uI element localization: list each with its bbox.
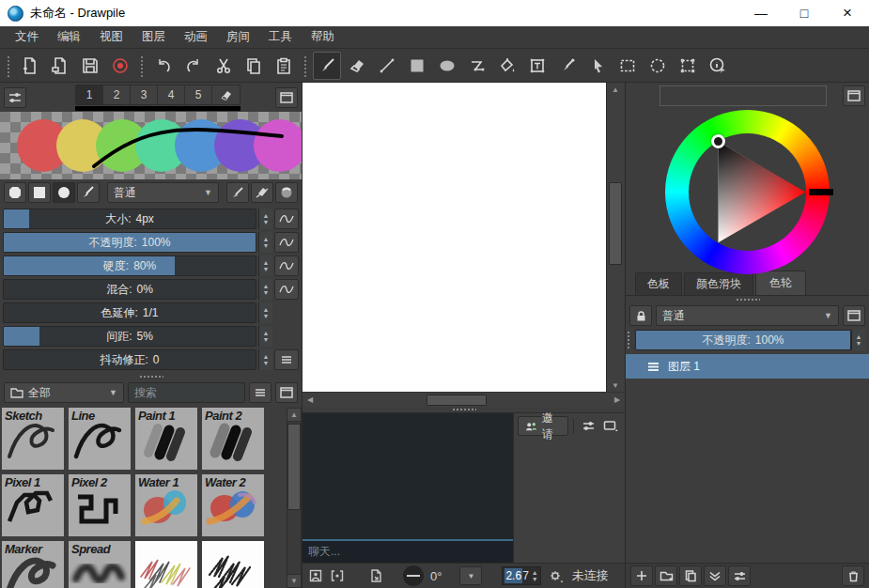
dock-splitter-handle[interactable] [0, 373, 302, 379]
brush-shape-round-icon[interactable] [53, 182, 75, 203]
stabilizer-slider[interactable]: 抖动修正:0 [3, 349, 256, 370]
dock-toggle-icon[interactable] [275, 87, 298, 108]
rectangle-tool-button[interactable] [403, 52, 431, 80]
brush-settings-icon[interactable] [4, 87, 26, 108]
brush-tool-button[interactable] [313, 52, 341, 80]
menu-animation[interactable]: 动画 [175, 26, 217, 48]
spinner-arrows[interactable]: ▲▼ [258, 349, 272, 370]
scroll-left-icon[interactable]: ◀ [303, 394, 318, 407]
curve-tool-button[interactable] [463, 52, 491, 80]
add-layer-button[interactable] [630, 565, 653, 586]
cut-button[interactable] [209, 52, 238, 80]
ellipse-tool-button[interactable] [433, 52, 461, 80]
duplicate-layer-button[interactable] [679, 565, 702, 586]
preset-scrollbar[interactable]: ▲ ▼ [287, 408, 302, 588]
preset-pixel-1[interactable]: Pixel 1 [2, 474, 64, 536]
zoom-settings-gear-icon[interactable] [548, 569, 564, 583]
color-picker-tool-button[interactable] [553, 52, 582, 80]
smudging-slider[interactable]: 混合:0% [3, 279, 256, 300]
eraser-mode-icon[interactable] [251, 182, 273, 203]
preset-sketch[interactable]: Sketch [2, 408, 64, 470]
brush-slot-3[interactable]: 3 [131, 85, 158, 104]
lasso-select-tool-button[interactable] [644, 52, 672, 80]
menu-layer[interactable]: 图层 [132, 26, 175, 48]
preset-line[interactable]: Line [69, 408, 131, 470]
scrollbar-thumb[interactable] [287, 424, 301, 510]
layer-lock-icon[interactable] [629, 305, 652, 326]
scroll-up-icon[interactable]: ▲ [608, 83, 623, 96]
spinner-arrows[interactable]: ▲▼ [258, 326, 272, 347]
hardness-curve-button[interactable] [274, 255, 299, 276]
dock-toggle-icon[interactable] [843, 305, 865, 326]
minimize-button[interactable]: — [739, 0, 783, 26]
layer-row[interactable]: 图层 1 [626, 354, 869, 379]
brush-blend-mode-select[interactable]: 普通 ▼ [107, 182, 219, 203]
spinner-arrows[interactable]: ▲▼ [851, 330, 865, 350]
record-session-button[interactable] [106, 52, 134, 80]
smudging-curve-button[interactable] [274, 279, 299, 300]
tab-palette[interactable]: 色板 [635, 272, 682, 295]
scroll-down-icon[interactable]: ▼ [287, 574, 301, 587]
preset-charcoal[interactable]: charcoal [202, 541, 264, 588]
scroll-down-icon[interactable]: ▼ [608, 379, 623, 392]
preset-marker[interactable]: Marker [2, 541, 64, 588]
transform-tool-button[interactable] [674, 52, 702, 80]
maximize-button[interactable]: □ [783, 0, 826, 26]
preset-pixel-2[interactable]: Pixel 2 [69, 474, 131, 536]
copy-button[interactable] [240, 52, 268, 80]
canvas-size-icon[interactable] [368, 568, 383, 583]
preset-water-1[interactable]: Water 1 [135, 474, 197, 536]
spinner-arrows[interactable]: ▲▼ [532, 569, 538, 582]
pointer-tool-button[interactable] [583, 52, 612, 80]
spacing-slider[interactable]: 间距:5% [3, 326, 256, 347]
brush-shape-soft-round-icon[interactable] [4, 182, 26, 203]
flip-view-icon[interactable] [330, 568, 345, 583]
merge-layer-button[interactable] [704, 565, 726, 586]
drawing-canvas[interactable] [303, 83, 607, 392]
preset-pencil[interactable]: pencil [135, 541, 197, 588]
menu-view[interactable]: 视图 [90, 26, 132, 48]
spinner-arrows[interactable]: ▲▼ [258, 232, 272, 253]
dock-toggle-icon[interactable] [275, 382, 298, 403]
chat-settings-icon[interactable] [579, 416, 598, 437]
fill-tool-button[interactable] [493, 52, 521, 80]
spinner-arrows[interactable]: ▲▼ [258, 302, 272, 323]
saturation-value-triangle[interactable] [665, 110, 830, 274]
chat-messages[interactable] [303, 413, 513, 539]
opacity-curve-button[interactable] [274, 232, 299, 253]
toolbar-grip[interactable] [139, 54, 145, 77]
brush-slot-2[interactable]: 2 [103, 85, 131, 104]
scrollbar-thumb[interactable] [609, 182, 622, 265]
preset-water-2[interactable]: Water 2 [202, 474, 264, 536]
save-button[interactable] [76, 52, 104, 80]
chat-detach-icon[interactable] [601, 416, 621, 437]
spinner-arrows[interactable]: ▲▼ [258, 209, 272, 229]
scroll-right-icon[interactable]: ▶ [610, 394, 625, 407]
brush-shape-mypaint-icon[interactable] [77, 182, 100, 203]
redo-button[interactable] [179, 52, 208, 80]
opacity-slider[interactable]: 不透明度:100% [3, 232, 256, 253]
scroll-up-icon[interactable]: ▲ [287, 409, 301, 422]
stabilizer-menu-icon[interactable] [274, 349, 299, 370]
last-used-colors[interactable] [660, 85, 827, 106]
delete-layer-button[interactable] [842, 565, 864, 586]
brush-shape-square-icon[interactable] [28, 182, 51, 203]
color-pickup-slider[interactable]: 色延伸:1/1 [3, 302, 256, 323]
preset-search-input[interactable]: 搜索 [128, 382, 245, 403]
canvas-vertical-scrollbar[interactable]: ▲ ▼ [607, 83, 624, 392]
draw-mode-pen-icon[interactable] [226, 182, 249, 203]
new-file-button[interactable] [16, 52, 44, 80]
menu-session[interactable]: 房间 [217, 26, 259, 48]
layer-properties-button[interactable] [728, 565, 751, 586]
text-tool-button[interactable] [523, 52, 551, 80]
smudge-mode-icon[interactable] [275, 182, 298, 203]
menu-edit[interactable]: 编辑 [48, 26, 90, 48]
rotation-dial[interactable] [403, 565, 424, 586]
layer-blend-mode-select[interactable]: 普通 ▼ [656, 305, 839, 326]
close-button[interactable]: × [826, 0, 869, 26]
undo-button[interactable] [149, 52, 178, 80]
invite-button[interactable]: 邀请 [518, 416, 568, 436]
canvas-horizontal-scrollbar[interactable]: ◀ ▶ [303, 392, 625, 407]
rectangle-select-tool-button[interactable] [613, 52, 642, 80]
toolbar-grip[interactable] [6, 54, 11, 77]
